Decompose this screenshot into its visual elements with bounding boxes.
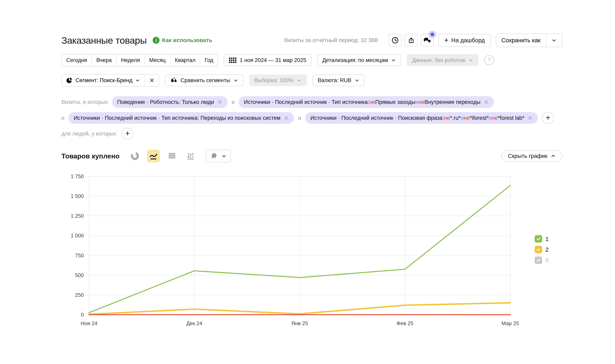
date-preset-month[interactable]: Месяц (144, 54, 170, 66)
pie-segment-icon (66, 77, 73, 84)
svg-text:1 250: 1 250 (71, 213, 84, 219)
page-title: Заказанные товары (61, 35, 147, 46)
remove-filter-icon[interactable]: ✕ (484, 99, 489, 106)
svg-text:1 500: 1 500 (71, 193, 84, 199)
svg-text:Фев 25: Фев 25 (396, 320, 413, 326)
export-button[interactable] (405, 34, 418, 47)
legend-item-2[interactable]: 2 (535, 246, 549, 253)
segment-label: Сегмент: Поиск-Бренд (76, 77, 132, 84)
plus-icon: + (444, 37, 448, 44)
and-connector: и (61, 115, 65, 121)
svg-text:Янв 25: Янв 25 (291, 320, 308, 326)
legend-item-0[interactable]: 0 (535, 257, 549, 264)
svg-text:750: 750 (75, 252, 84, 259)
filter-chip-search-engine[interactable]: Источники · Последний источник · Тип ист… (68, 112, 294, 124)
chevron-down-icon (551, 38, 557, 43)
chevron-down-icon (391, 58, 396, 63)
date-preset-today[interactable]: Сегодня (62, 54, 92, 66)
svg-text:Мар 25: Мар 25 (501, 320, 519, 326)
notification-badge (431, 33, 434, 36)
filter-row-label: для людей, у которых (61, 131, 116, 137)
add-to-dashboard-label: На дашборд (451, 37, 485, 44)
calendar-icon (229, 58, 236, 63)
date-preset-yesterday[interactable]: Вчера (92, 54, 116, 66)
report-page: Заказанные товары i Как использовать Виз… (0, 0, 615, 364)
chevron-up-icon (550, 153, 556, 159)
date-preset-year[interactable]: Год (200, 54, 218, 66)
svg-text:1 750: 1 750 (71, 173, 84, 179)
remove-filter-icon[interactable]: ✕ (284, 115, 289, 122)
add-visit-filter-button[interactable]: + (542, 112, 554, 124)
date-preset-quarter[interactable]: Квартал (170, 54, 200, 66)
and-connector: и (232, 99, 235, 105)
date-preset-week[interactable]: Неделя (116, 54, 144, 66)
data-mode-dropdown[interactable]: Данные: без роботов (407, 54, 478, 66)
date-toolbar: Сегодня Вчера Неделя Месяц Квартал Год 1… (61, 54, 494, 66)
add-people-filter-button[interactable]: + (121, 128, 133, 140)
compare-segments-label: Сравнить сегменты (181, 77, 230, 84)
filter-row-3: для людей, у которых + (61, 128, 133, 140)
filter-chip-robotness[interactable]: Поведение · Роботность: Только люди✕ (112, 96, 228, 108)
line-chart[interactable]: 02505007501 0001 2501 5001 750Ноя 24Дек … (0, 170, 615, 333)
header: Заказанные товары i Как использовать Виз… (61, 33, 562, 48)
compare-segments-dropdown[interactable]: Сравнить сегменты (165, 75, 243, 86)
filter-row-label: Визиты, в которых (61, 99, 108, 105)
svg-text:Дек 24: Дек 24 (186, 320, 202, 326)
column-chart-type-button[interactable] (184, 150, 197, 162)
export-icon (408, 37, 415, 44)
segment-dropdown[interactable]: Сегмент: Поиск-Бренд (62, 75, 144, 86)
legend-item-1[interactable]: 1 (535, 235, 549, 243)
info-icon: i (153, 37, 159, 44)
save-as-main[interactable]: Сохранить как (496, 34, 546, 47)
chevron-down-icon (468, 58, 473, 63)
legend-checkbox-icon[interactable] (535, 257, 542, 264)
droplets-icon (170, 77, 177, 84)
column-chart-icon (186, 152, 195, 160)
filter-row-1: Визиты, в которых Поведение · Роботность… (61, 96, 494, 108)
legend-checkbox-icon[interactable] (535, 235, 542, 243)
svg-text:Ноя 24: Ноя 24 (80, 320, 97, 326)
date-range-button[interactable]: 1 ноя 2024 — 31 мар 2025 (224, 54, 311, 66)
hide-chart-button[interactable]: Скрыть график (501, 150, 562, 162)
svg-text:250: 250 (75, 292, 84, 298)
filter-chip-search-phrase[interactable]: Источники · Последний источник · Поисков… (305, 112, 538, 124)
help-icon[interactable]: ? (484, 55, 494, 65)
how-to-use-label: Как использовать (162, 37, 212, 43)
detalization-dropdown[interactable]: Детализация: по месяцам (317, 54, 401, 66)
sampling-dropdown[interactable]: Выборка: 100% (249, 75, 307, 86)
segment-clear-button[interactable]: ✕ (144, 75, 159, 86)
comment-bubble-icon (210, 152, 218, 160)
legend-checkbox-icon[interactable] (535, 246, 542, 253)
detalization-label: Детализация: по месяцам (322, 57, 388, 64)
history-button[interactable] (389, 34, 402, 47)
line-chart-type-button[interactable] (147, 150, 160, 162)
currency-dropdown[interactable]: Валюта: RUB (312, 75, 365, 86)
add-to-dashboard-button[interactable]: + На дашборд (438, 34, 491, 47)
chevron-down-icon (355, 78, 359, 83)
svg-text:0: 0 (81, 312, 84, 318)
area-chart-type-button[interactable] (166, 150, 178, 162)
sampling-label: Выборка: 100% (254, 77, 293, 84)
legend-label: 1 (545, 235, 549, 242)
line-chart-icon (149, 151, 158, 161)
chevron-down-icon (297, 78, 301, 83)
chart-legend: 120 (535, 235, 549, 264)
pie-chart-type-button[interactable] (129, 150, 141, 162)
visits-period-label: Визиты за отчётный период: 32 388 (284, 37, 378, 43)
segment-toolbar: Сегмент: Поиск-Бренд ✕ Сравнить сегменты… (61, 74, 365, 87)
chart-type-switcher (129, 150, 231, 162)
remove-filter-icon[interactable]: ✕ (528, 115, 533, 122)
filter-chip-source-type-not[interactable]: Источники · Последний источник · Тип ист… (239, 96, 494, 108)
comments-button[interactable] (421, 34, 434, 47)
donut-chart-icon (130, 151, 140, 161)
remove-filter-icon[interactable]: ✕ (217, 99, 222, 106)
date-range-label: 1 ноя 2024 — 31 мар 2025 (240, 57, 306, 64)
hide-chart-label: Скрыть график (508, 153, 547, 159)
save-as-dropdown[interactable] (546, 34, 562, 47)
date-preset-group: Сегодня Вчера Неделя Месяц Квартал Год (61, 54, 218, 66)
how-to-use-link[interactable]: i Как использовать (153, 37, 212, 44)
clock-icon (392, 37, 399, 44)
chevron-down-icon (135, 78, 140, 83)
svg-text:500: 500 (75, 272, 84, 278)
annotations-dropdown[interactable] (206, 150, 231, 162)
